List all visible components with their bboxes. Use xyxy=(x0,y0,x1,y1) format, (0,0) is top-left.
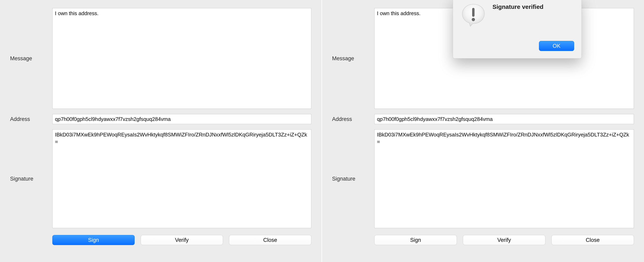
alert-title: Signature verified xyxy=(492,4,544,10)
verify-button[interactable]: Verify xyxy=(463,235,546,245)
alert-dialog: Signature verified OK xyxy=(453,0,582,58)
address-label: Address xyxy=(10,116,48,122)
svg-point-1 xyxy=(472,18,475,21)
message-label: Message xyxy=(10,55,48,62)
sign-button[interactable]: Sign xyxy=(52,235,135,245)
address-label: Address xyxy=(332,116,370,122)
signature-label: Signature xyxy=(332,176,370,182)
close-button[interactable]: Close xyxy=(229,235,311,245)
message-textarea[interactable] xyxy=(52,8,311,109)
verify-button[interactable]: Verify xyxy=(141,235,223,245)
signature-textarea[interactable] xyxy=(374,129,634,228)
address-input[interactable] xyxy=(374,114,634,124)
signature-label: Signature xyxy=(10,176,48,182)
message-label: Message xyxy=(332,55,370,62)
address-input[interactable] xyxy=(52,114,311,124)
sign-button[interactable]: Sign xyxy=(374,235,457,245)
svg-rect-0 xyxy=(472,8,474,17)
button-row: Sign Verify Close xyxy=(52,235,311,245)
sign-message-window-left: Message Address Signature Sign Verify Cl… xyxy=(0,0,322,262)
ok-button[interactable]: OK xyxy=(539,41,574,51)
button-row: Sign Verify Close xyxy=(374,235,634,245)
exclamation-icon xyxy=(460,3,486,29)
signature-textarea[interactable] xyxy=(52,129,311,228)
close-button[interactable]: Close xyxy=(552,235,634,245)
sign-message-window-right: Message Address Signature Sign Verify Cl… xyxy=(322,0,644,262)
